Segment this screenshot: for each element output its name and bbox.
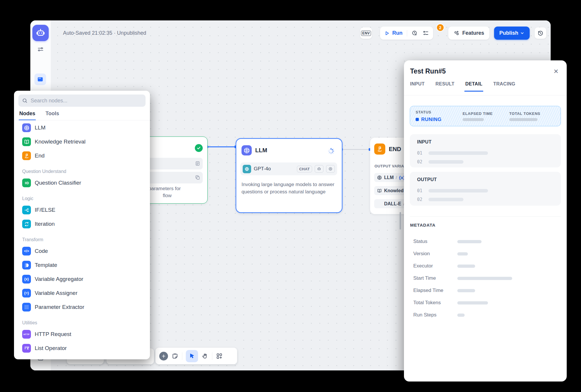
version-history-button[interactable] bbox=[535, 27, 546, 39]
output-card-title: OUTPUT bbox=[417, 177, 561, 182]
node-panel-tabs: Nodes Tools bbox=[19, 111, 59, 120]
tab-result[interactable]: RESULT bbox=[435, 81, 454, 92]
canvas-toolbar bbox=[155, 348, 237, 364]
metadata-label: Start Time bbox=[410, 275, 457, 281]
node-list-item[interactable]: LLM bbox=[14, 121, 150, 135]
metadata-row: Status bbox=[410, 235, 561, 248]
io-skeleton-row: 02 bbox=[417, 195, 561, 204]
metadata-row: Version bbox=[410, 248, 561, 260]
toolbar-divider bbox=[182, 352, 182, 360]
flag-icon bbox=[22, 151, 31, 160]
var-eq-icon: {=} bbox=[22, 289, 31, 298]
run-toolbar-group: Run bbox=[380, 27, 433, 40]
node-item-label: Parameter Extractor bbox=[35, 304, 84, 310]
node-item-label: List Operator bbox=[35, 345, 67, 351]
node-item-label: Template bbox=[35, 262, 57, 268]
chat-mode-badge: CHAT bbox=[297, 166, 312, 172]
row-number: 01 bbox=[417, 150, 424, 156]
toolbar-divider bbox=[212, 352, 212, 360]
autosave-status: Auto-Saved 21:02:35 · Unpublished bbox=[63, 30, 146, 36]
tokens-skeleton bbox=[509, 118, 538, 121]
hand-tool-button[interactable] bbox=[202, 353, 209, 360]
node-list-item[interactable]: Iteration bbox=[14, 217, 150, 231]
book-icon bbox=[22, 137, 31, 146]
node-list-item[interactable]: List Operator bbox=[14, 341, 150, 355]
checklist-icon[interactable] bbox=[423, 30, 429, 36]
chevron-down-icon bbox=[520, 31, 524, 35]
metadata-label: Run Steps bbox=[410, 312, 457, 318]
node-group-header: Utilities bbox=[14, 314, 150, 327]
panel-window-tile[interactable] bbox=[34, 74, 46, 85]
start-node-description: flow bbox=[163, 192, 172, 199]
add-note-button[interactable] bbox=[172, 353, 178, 360]
node-list-item[interactable]: {=}Variable Assigner bbox=[14, 286, 150, 300]
node-list-item[interactable]: </>Code bbox=[14, 244, 150, 258]
toolbar-divider bbox=[407, 30, 407, 36]
node-list-item[interactable]: Parameter Extractor bbox=[14, 300, 150, 314]
document-icon bbox=[195, 161, 200, 166]
organize-nodes-button[interactable] bbox=[216, 353, 223, 360]
tab-tools[interactable]: Tools bbox=[46, 111, 59, 120]
search-input[interactable] bbox=[30, 97, 142, 104]
node-list-item[interactable]: Knowledge Retrieval bbox=[14, 135, 150, 149]
metadata-row: Run Steps bbox=[410, 309, 561, 321]
http-icon: HTTP bbox=[22, 330, 31, 339]
metadata-row: Start Time bbox=[410, 272, 561, 284]
branch-icon bbox=[22, 206, 31, 214]
node-search-panel: Nodes Tools LLMKnowledge RetrievalEndQue… bbox=[14, 91, 150, 359]
node-list-item[interactable]: Question Classifier bbox=[14, 176, 150, 190]
node-list-item[interactable]: {x}Variable Aggregator bbox=[14, 272, 150, 286]
window-icon bbox=[37, 76, 44, 83]
node-item-label: Variable Assigner bbox=[35, 290, 77, 296]
preferences-sliders-icon[interactable] bbox=[37, 46, 44, 53]
node-group-header: Question Understand bbox=[14, 163, 150, 176]
tab-detail[interactable]: DETAIL bbox=[465, 81, 482, 92]
node-group-header: Logic bbox=[14, 190, 150, 203]
skeleton-bar bbox=[428, 151, 488, 155]
env-button[interactable]: ENV bbox=[360, 27, 372, 39]
model-selector[interactable]: GPT-4o CHAT bbox=[240, 162, 337, 175]
metadata-title: METADATA bbox=[410, 223, 435, 228]
add-node-button[interactable] bbox=[159, 352, 168, 360]
input-card-title: INPUT bbox=[417, 139, 561, 145]
node-list-item[interactable]: IF/ELSE bbox=[14, 203, 150, 217]
test-run-panel: Test Run#5 ✕ INPUT RESULT DETAIL TRACING… bbox=[404, 60, 567, 382]
node-list-item[interactable]: HTTPHTTP Request bbox=[14, 327, 150, 341]
node-item-label: Question Classifier bbox=[35, 180, 81, 186]
llm-node[interactable]: LLM GPT-4o CHAT bbox=[236, 138, 342, 213]
tab-tracing[interactable]: TRACING bbox=[493, 81, 515, 92]
total-tokens-label: TOTAL TOKENS bbox=[509, 111, 540, 116]
skeleton-bar bbox=[457, 289, 475, 292]
tab-input[interactable]: INPUT bbox=[410, 81, 425, 92]
tab-nodes[interactable]: Nodes bbox=[19, 111, 35, 120]
node-list: LLMKnowledge RetrievalEndQuestion Unders… bbox=[14, 121, 150, 355]
variable-source-name: LLM bbox=[384, 175, 394, 180]
features-button[interactable]: Features bbox=[448, 27, 489, 40]
agent-badge[interactable] bbox=[315, 165, 323, 173]
metadata-label: Status bbox=[410, 239, 457, 244]
run-panel-tabs: INPUT RESULT DETAIL TRACING bbox=[410, 81, 515, 92]
skeleton-bar bbox=[457, 265, 475, 268]
node-list-item[interactable]: Template bbox=[14, 258, 150, 272]
metadata-label: Version bbox=[410, 251, 457, 257]
publish-button[interactable]: Publish bbox=[494, 27, 530, 40]
node-search-box[interactable] bbox=[18, 94, 146, 107]
metadata-row: Executor bbox=[410, 260, 561, 272]
play-icon[interactable] bbox=[384, 30, 390, 36]
publish-label: Publish bbox=[499, 30, 518, 36]
canvas-scrollbar[interactable] bbox=[400, 212, 401, 230]
run-history-clock-icon[interactable] bbox=[412, 30, 418, 36]
node-item-label: Variable Aggregator bbox=[35, 276, 83, 282]
metadata-list: StatusVersionExecutorStart TimeElapsed T… bbox=[410, 235, 561, 321]
node-list-item[interactable]: End bbox=[14, 149, 150, 163]
app-robot-icon[interactable] bbox=[32, 25, 49, 41]
tabs-divider bbox=[404, 95, 567, 95]
node-group-header: Transform bbox=[14, 231, 150, 244]
run-button[interactable]: Run bbox=[392, 30, 402, 36]
pointer-tool-button[interactable] bbox=[186, 350, 198, 362]
dots-icon bbox=[22, 303, 31, 312]
run-panel-title: Test Run#5 bbox=[410, 67, 446, 75]
close-icon[interactable]: ✕ bbox=[553, 68, 559, 75]
vision-badge[interactable] bbox=[326, 165, 335, 173]
output-card: OUTPUT 0102 bbox=[410, 172, 561, 206]
